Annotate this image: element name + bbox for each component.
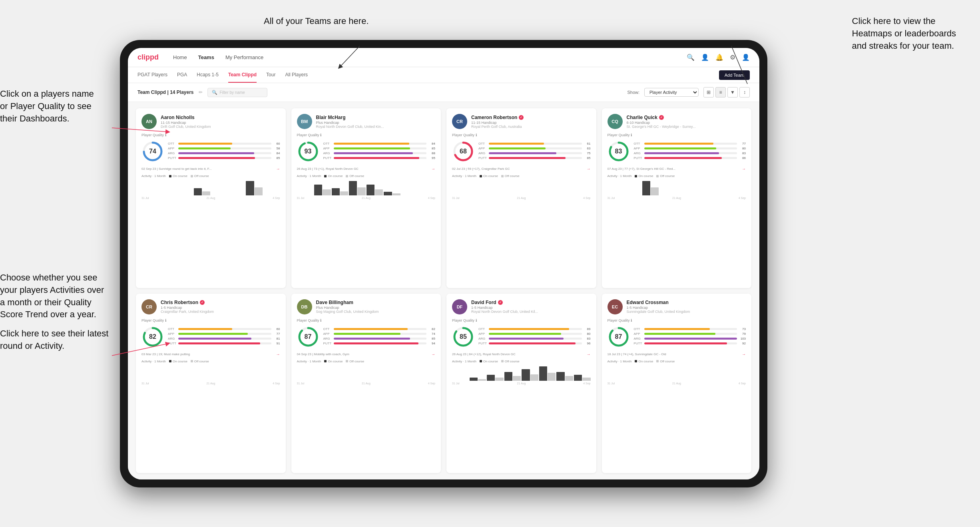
latest-round[interactable]: 18 Jul 23 | 74 (+4), Sunningdale GC - Ol…: [608, 352, 746, 356]
ipad-frame: clippd Home Teams My Performance 🔍 👤 🔔 ⚙…: [120, 40, 767, 487]
player-card[interactable]: CR Chris Robertson✓ 1-5 Handicap Craigmi…: [136, 294, 286, 473]
bell-icon[interactable]: 🔔: [715, 54, 723, 61]
latest-round[interactable]: 02 Jul 23 | 59 (+17), Craigmillar Park G…: [452, 167, 591, 171]
chart-x-label-1: 31 Jul: [141, 382, 149, 385]
score-circle[interactable]: 82: [141, 326, 164, 348]
chart-x-label-2: 21 Aug: [207, 197, 215, 199]
tab-hcaps[interactable]: Hcaps 1-5: [197, 67, 219, 83]
stat-bar: [334, 333, 400, 335]
stat-bar: [178, 338, 251, 340]
stat-bar-container: [334, 143, 427, 145]
tab-all-players[interactable]: All Players: [285, 67, 308, 83]
stat-row: PUTT 92: [634, 342, 746, 345]
stat-value: 61: [584, 142, 591, 145]
grid-view-button[interactable]: ⊞: [703, 87, 714, 97]
stat-row: OTT 60: [168, 327, 280, 331]
player-avatar: DB: [297, 299, 312, 314]
stat-bar-container: [334, 147, 427, 149]
quality-label: Player Quality ℹ: [141, 318, 280, 322]
stat-value: 82: [428, 327, 435, 331]
activity-annotation: Choose whether you seeyour players Activ…: [0, 272, 104, 321]
team-title: Team Clippd | 14 Players: [137, 89, 194, 95]
player-name[interactable]: Charlie Quick✓: [627, 115, 746, 120]
player-name[interactable]: Cameron Robertson✓: [471, 115, 591, 120]
score-circle[interactable]: 68: [452, 140, 474, 163]
filter-button[interactable]: ▼: [727, 87, 738, 97]
add-team-button[interactable]: Add Team: [719, 70, 750, 80]
player-card[interactable]: EC Edward Crossman 1-5 Handicap Sunningd…: [602, 294, 752, 473]
latest-round[interactable]: 04 Sep 23 | Mobility with coach, Gym →: [297, 352, 436, 356]
nav-my-performance[interactable]: My Performance: [225, 54, 263, 60]
avatar-icon[interactable]: 👤: [742, 54, 750, 61]
player-card[interactable]: AN Aaron Nicholls 11-15 Handicap Drift G…: [136, 108, 286, 288]
stat-bar-container: [644, 342, 737, 344]
tab-pga[interactable]: PGA: [177, 67, 187, 83]
player-header: AN Aaron Nicholls 11-15 Handicap Drift G…: [141, 114, 280, 129]
stat-label: APP: [168, 147, 177, 150]
score-circle[interactable]: 93: [297, 140, 319, 163]
chart-x-labels: 31 Jul 21 Aug 4 Sep: [608, 382, 746, 385]
stat-value: 84: [428, 142, 435, 145]
latest-round[interactable]: 26 Aug 23 | 84 (+12), Royal North Devon …: [452, 352, 591, 356]
bar-offcourse: [651, 187, 659, 195]
score-circle[interactable]: 87: [297, 326, 319, 348]
latest-round[interactable]: 07 Aug 23 | 77 (+7), St George's Hill GC…: [608, 167, 746, 171]
stat-label: PUTT: [634, 156, 643, 160]
quality-row: 83 OTT 77 APP 80 ARG 83: [608, 140, 746, 163]
latest-round[interactable]: 02 Sep 23 | Sunridge round to get back i…: [141, 167, 280, 171]
stat-bar: [644, 333, 715, 335]
latest-round[interactable]: 03 Mar 23 | 19; Must make putting →: [141, 352, 280, 356]
stat-label: APP: [634, 147, 643, 150]
player-name[interactable]: Blair McHarg: [316, 115, 436, 120]
stat-bar-container: [644, 333, 737, 335]
bar-oncourse: [246, 181, 254, 195]
search-icon[interactable]: 🔍: [687, 54, 695, 61]
stat-row: APP 85: [323, 147, 436, 150]
profile-icon[interactable]: 👤: [701, 54, 709, 61]
list-view-button[interactable]: ≡: [715, 87, 726, 97]
player-name[interactable]: Dave Billingham: [316, 300, 436, 305]
player-name[interactable]: Aaron Nicholls: [161, 115, 280, 120]
stat-label: ARG: [478, 337, 487, 340]
latest-round[interactable]: 26 Aug 23 | 73 (+1), Royal North Devon G…: [297, 167, 436, 171]
stat-bar-container: [644, 147, 737, 149]
player-info: Cameron Robertson✓ 11-15 Handicap Royal …: [471, 115, 591, 129]
stat-value: 80: [739, 147, 746, 150]
score-circle[interactable]: 83: [608, 140, 630, 163]
bar-oncourse: [314, 185, 322, 195]
tab-tour[interactable]: Tour: [266, 67, 275, 83]
score-circle[interactable]: 74: [141, 140, 164, 163]
bar-oncourse: [574, 375, 582, 380]
score-circle[interactable]: 87: [608, 326, 630, 348]
settings-icon[interactable]: ⚙: [730, 54, 735, 61]
mini-chart: 31 Jul 21 Aug 4 Sep: [452, 179, 591, 199]
bar-group: [504, 372, 521, 381]
edit-icon[interactable]: ✏: [199, 89, 203, 95]
score-circle[interactable]: 85: [452, 326, 474, 348]
bar-offcourse: [530, 374, 538, 381]
tab-pgat-players[interactable]: PGAT Players: [137, 67, 167, 83]
stat-label: PUTT: [323, 156, 332, 160]
player-card[interactable]: CR Cameron Robertson✓ 11-15 Handicap Roy…: [446, 108, 596, 288]
player-card[interactable]: BM Blair McHarg Plus Handicap Royal Nort…: [291, 108, 441, 288]
nav-home[interactable]: Home: [173, 54, 187, 60]
stat-row: PUTT 95: [323, 156, 436, 160]
stat-bar-container: [334, 152, 427, 154]
player-card[interactable]: DB Dave Billingham Plus Handicap Sog Mag…: [291, 294, 441, 473]
stat-label: OTT: [323, 142, 332, 145]
show-select[interactable]: Player Activity Quality Score Trend: [644, 88, 699, 97]
sort-button[interactable]: ↕: [739, 87, 750, 97]
tab-team-clippd[interactable]: Team Clippd: [228, 67, 257, 83]
quality-row: 82 OTT 60 APP 77 ARG 81: [141, 326, 280, 348]
player-card[interactable]: CQ Charlie Quick✓ 6-10 Handicap St. Geor…: [602, 108, 752, 288]
nav-teams[interactable]: Teams: [198, 54, 214, 60]
player-info: David Ford✓ 1-5 Handicap Royal North Dev…: [471, 300, 591, 314]
player-card[interactable]: DF David Ford✓ 1-5 Handicap Royal North …: [446, 294, 596, 473]
search-box[interactable]: 🔍 Filter by name: [207, 88, 267, 97]
legend-oncourse: On course: [169, 360, 187, 363]
player-name[interactable]: Edward Crossman: [627, 300, 746, 305]
player-name[interactable]: Chris Robertson✓: [161, 300, 280, 305]
player-name[interactable]: David Ford✓: [471, 300, 591, 305]
stat-bar-container: [489, 157, 582, 159]
verified-badge: ✓: [200, 300, 205, 305]
